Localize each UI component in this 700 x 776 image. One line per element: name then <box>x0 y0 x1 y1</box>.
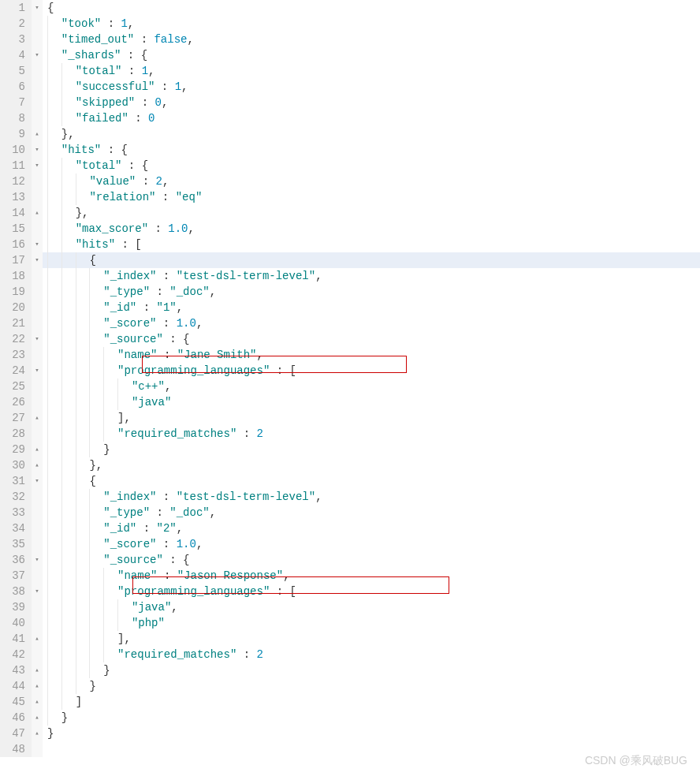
fold-close-icon[interactable]: ▴ <box>35 414 39 422</box>
code-line[interactable]: "_source" : { <box>43 331 700 347</box>
code-line[interactable]: } <box>43 726 700 741</box>
code-content[interactable]: { "took" : 1, "timed_out" : false, "_sha… <box>43 0 700 757</box>
line-number: 39 <box>0 599 27 615</box>
code-line[interactable]: "required_matches" : 2 <box>43 647 700 662</box>
code-line[interactable]: "relation" : "eq" <box>43 189 700 205</box>
code-line[interactable]: } <box>43 442 700 457</box>
line-number: 28 <box>0 426 27 442</box>
fold-open-icon[interactable]: ▾ <box>35 256 39 264</box>
fold-open-icon[interactable]: ▾ <box>35 162 39 170</box>
fold-close-icon[interactable]: ▴ <box>35 461 39 469</box>
code-line[interactable]: "java", <box>43 599 700 615</box>
line-number-gutter: 1234567891011121314151617181920212223242… <box>0 0 32 757</box>
fold-close-icon[interactable]: ▴ <box>35 666 39 674</box>
line-number: 1 <box>0 0 27 16</box>
code-line[interactable]: "skipped" : 0, <box>43 95 700 110</box>
code-line[interactable]: }, <box>43 457 700 473</box>
code-line[interactable]: "_index" : "test-dsl-term-level", <box>43 268 700 284</box>
line-number: 34 <box>0 520 27 536</box>
code-line[interactable]: { <box>43 0 700 16</box>
line-number: 9 <box>0 126 27 142</box>
code-line[interactable]: "hits" : { <box>43 142 700 158</box>
code-line[interactable]: "value" : 2, <box>43 173 700 189</box>
code-line[interactable]: } <box>43 710 700 726</box>
code-line[interactable]: } <box>43 678 700 694</box>
code-line[interactable]: "_score" : 1.0, <box>43 536 700 552</box>
line-number: 17 <box>0 252 27 268</box>
line-number: 20 <box>0 300 27 315</box>
code-line[interactable]: "hits" : [ <box>43 237 700 252</box>
code-line[interactable]: "_type" : "_doc", <box>43 505 700 520</box>
line-number: 11 <box>0 158 27 173</box>
code-line[interactable]: ], <box>43 631 700 647</box>
code-line[interactable]: "_id" : "1", <box>43 300 700 315</box>
code-line[interactable]: "_id" : "2", <box>43 520 700 536</box>
code-line[interactable]: "_shards" : { <box>43 47 700 63</box>
fold-close-icon[interactable]: ▴ <box>35 635 39 643</box>
line-number: 22 <box>0 331 27 347</box>
line-number: 44 <box>0 678 27 694</box>
fold-open-icon[interactable]: ▾ <box>35 477 39 485</box>
line-number: 16 <box>0 237 27 252</box>
line-number: 23 <box>0 347 27 363</box>
code-line[interactable]: }, <box>43 126 700 142</box>
fold-open-icon[interactable]: ▾ <box>35 556 39 564</box>
line-number: 36 <box>0 552 27 568</box>
fold-close-icon[interactable]: ▴ <box>35 209 39 217</box>
line-number: 48 <box>0 741 27 757</box>
fold-open-icon[interactable]: ▾ <box>35 4 39 12</box>
line-number: 18 <box>0 268 27 284</box>
fold-close-icon[interactable]: ▴ <box>35 714 39 722</box>
fold-open-icon[interactable]: ▾ <box>35 367 39 375</box>
fold-close-icon[interactable]: ▴ <box>35 446 39 453</box>
fold-open-icon[interactable]: ▾ <box>35 146 39 154</box>
fold-open-icon[interactable]: ▾ <box>35 241 39 248</box>
line-number: 29 <box>0 442 27 457</box>
code-line[interactable]: { <box>43 473 700 489</box>
line-number: 40 <box>0 615 27 631</box>
code-line[interactable]: "_score" : 1.0, <box>43 315 700 331</box>
code-line[interactable]: "java" <box>43 394 700 410</box>
code-line[interactable]: }, <box>43 205 700 221</box>
code-line[interactable] <box>43 741 700 757</box>
line-number: 45 <box>0 694 27 710</box>
code-line[interactable]: { <box>43 252 700 268</box>
code-line[interactable]: "_index" : "test-dsl-term-level", <box>43 489 700 505</box>
line-number: 7 <box>0 95 27 110</box>
fold-close-icon[interactable]: ▴ <box>35 698 39 706</box>
fold-close-icon[interactable]: ▴ <box>35 682 39 690</box>
fold-close-icon[interactable]: ▴ <box>35 130 39 138</box>
line-number: 10 <box>0 142 27 158</box>
code-line[interactable]: "successful" : 1, <box>43 79 700 95</box>
code-line[interactable]: "c++", <box>43 379 700 394</box>
fold-gutter[interactable]: ▾ ▾ ▴▾▾ ▴ ▾▾ ▾ ▾ ▴ ▴▴▾ ▾ ▾ ▴ ▴▴▴▴▴ <box>32 0 43 757</box>
code-line[interactable]: "required_matches" : 2 <box>43 426 700 442</box>
line-number: 13 <box>0 189 27 205</box>
code-line[interactable]: "_type" : "_doc", <box>43 284 700 300</box>
line-number: 42 <box>0 647 27 662</box>
code-line[interactable]: "php" <box>43 615 700 631</box>
code-line[interactable]: "total" : 1, <box>43 63 700 79</box>
line-number: 2 <box>0 16 27 32</box>
fold-close-icon[interactable]: ▴ <box>35 729 39 737</box>
fold-open-icon[interactable]: ▾ <box>35 51 39 59</box>
fold-open-icon[interactable]: ▾ <box>35 335 39 343</box>
fold-open-icon[interactable]: ▾ <box>35 588 39 595</box>
code-line[interactable]: } <box>43 662 700 678</box>
line-number: 14 <box>0 205 27 221</box>
line-number: 26 <box>0 394 27 410</box>
code-line[interactable]: ], <box>43 410 700 426</box>
code-line[interactable]: "failed" : 0 <box>43 110 700 126</box>
code-line[interactable]: "name" : "Jane Smith", <box>43 347 700 363</box>
code-editor[interactable]: 1234567891011121314151617181920212223242… <box>0 0 700 757</box>
code-line[interactable]: "total" : { <box>43 158 700 173</box>
code-line[interactable]: "name" : "Jason Response", <box>43 568 700 584</box>
code-line[interactable]: "_source" : { <box>43 552 700 568</box>
code-line[interactable]: "timed_out" : false, <box>43 32 700 47</box>
code-line[interactable]: "max_score" : 1.0, <box>43 221 700 237</box>
code-line[interactable]: ] <box>43 694 700 710</box>
code-line[interactable]: "took" : 1, <box>43 16 700 32</box>
line-number: 5 <box>0 63 27 79</box>
code-line[interactable]: "programming_languages" : [ <box>43 363 700 379</box>
code-line[interactable]: "programming_languages" : [ <box>43 584 700 599</box>
